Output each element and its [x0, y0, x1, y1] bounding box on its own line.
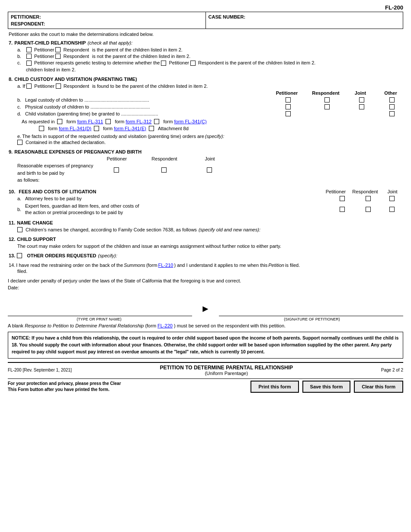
fl311-link[interactable]: form FL-311	[77, 119, 103, 124]
fl312-link[interactable]: form FL-312	[125, 119, 151, 124]
declaration-text: I declare under penalty of perjury under…	[8, 278, 403, 283]
checkbox-8c-joint[interactable]	[359, 104, 364, 109]
checkbox-10a-joint[interactable]	[389, 196, 395, 201]
arrow-icon: ►	[201, 303, 210, 314]
footer-privacy-text: For your protection and privacy, please …	[8, 381, 129, 393]
s11-text1: Children's names be changed, according t…	[26, 227, 197, 232]
section-9: 9. REASONABLE EXPENSES OF PREGNANCY AND …	[8, 149, 403, 184]
checkbox-8c-other[interactable]	[389, 104, 395, 109]
checkbox-8b-joint[interactable]	[359, 97, 364, 103]
item-7c: c. Petitioner requests genetic testing t…	[17, 60, 403, 66]
checkbox-7b-petitioner[interactable]	[26, 54, 32, 59]
header-right: CASE NUMBER:	[206, 12, 403, 29]
checkbox-fl312[interactable]	[106, 119, 111, 124]
checkbox-s13[interactable]	[17, 253, 22, 258]
section-8-title: CHILD CUSTODY AND VISITATION (PARENTING …	[14, 77, 137, 82]
section-10-title: FEES AND COSTS OF LITIGATION	[19, 189, 96, 194]
checkbox-7c-petitioner[interactable]	[161, 61, 166, 66]
checkbox-10b-joint[interactable]	[389, 207, 395, 212]
col-other-header: Other	[380, 90, 401, 96]
checkbox-8b-petitioner[interactable]	[286, 97, 291, 103]
signature-labels-row: (TYPE OR PRINT NAME) (SIGNATURE OF PETIT…	[8, 317, 403, 321]
footer-title: PETITION TO DETERMINE PARENTAL RELATIONS…	[160, 365, 293, 371]
respondent-label: RESPONDENT:	[11, 20, 203, 27]
checkbox-7c[interactable]	[26, 61, 32, 66]
notice-box: NOTICE: If you have a child from this re…	[8, 332, 403, 358]
8c-label: c.	[17, 104, 25, 109]
fl341c-link[interactable]: form FL-341(C)	[174, 119, 206, 124]
blank-response-italic: Response to Petition to Determine Parent…	[25, 323, 144, 328]
7c-text4: is the parent of the children listed in …	[225, 60, 315, 65]
checkbox-fl341c[interactable]	[154, 119, 159, 124]
checkbox-8a-respondent[interactable]	[56, 83, 61, 89]
checkbox-s9-respondent[interactable]	[161, 167, 167, 173]
checkbox-10b-petitioner[interactable]	[340, 207, 345, 212]
blank-response: A blank Response to Petition to Determin…	[8, 323, 403, 328]
item-8b: b. Legal custody of children to ........…	[17, 97, 403, 103]
item-7b-label: b.	[17, 54, 25, 59]
s9-row-label: Reasonable expenses of pregnancyand birt…	[17, 162, 104, 184]
s14-text3: ) and I understand it applies to me when…	[174, 263, 267, 268]
checkbox-7c-respondent[interactable]	[190, 61, 196, 66]
checkbox-s11[interactable]	[17, 227, 22, 232]
section-8-number: 8.	[9, 77, 13, 82]
checkbox-8d-other[interactable]	[389, 111, 395, 116]
footer: FL-200 [Rev. September 1, 2021] PETITION…	[8, 362, 403, 394]
header-box: PETITIONER: RESPONDENT: CASE NUMBER:	[8, 12, 403, 29]
print-button[interactable]: Print this form	[250, 381, 299, 393]
section-7-number: 7.	[9, 40, 13, 45]
item-8c: c. Physical custody of children to .....…	[17, 104, 403, 109]
section-7-title-italic: (check all that apply):	[87, 40, 132, 45]
s11-italic: (specify old and new names):	[199, 227, 260, 232]
fl341d-link[interactable]: form FL-341(D)	[59, 126, 91, 131]
checkbox-7a-petitioner[interactable]	[26, 47, 32, 52]
section-9-body: Petitioner Respondent Joint Reasonable e…	[17, 156, 403, 184]
arrow-container: ►	[201, 303, 210, 316]
col-respondent-header: Respondent	[311, 90, 341, 96]
7b-text3: is not the parent of the children listed…	[92, 54, 190, 59]
8b-label: b.	[17, 97, 25, 103]
checkbox-8a-petitioner[interactable]	[26, 83, 32, 89]
checkbox-fl311[interactable]	[57, 119, 62, 124]
8e-sub: Contained in the attached declaration.	[26, 140, 106, 145]
section-7-title: PARENT-CHILD RELATIONSHIP	[14, 40, 86, 45]
checkbox-10a-respondent[interactable]	[366, 196, 371, 201]
col-petitioner-header: Petitioner	[272, 90, 302, 96]
item-7c-continuation: children listed in item 2.	[26, 67, 403, 72]
s14-fl210-link[interactable]: FL-210	[158, 263, 173, 268]
footer-page: Page 2 of 2	[381, 368, 403, 372]
clear-button[interactable]: Clear this form	[354, 381, 403, 393]
item-10a: a. Attorney fees to be paid by	[17, 196, 403, 201]
save-button[interactable]: Save this form	[302, 381, 351, 393]
checkbox-s9-joint[interactable]	[207, 167, 212, 173]
section-14-body: 14. I have read the restraining order on…	[9, 263, 403, 268]
footer-top: FL-200 [Rev. September 1, 2021] PETITION…	[8, 365, 403, 376]
section-11-number: 11.	[9, 220, 15, 225]
7a-text2: Respondent	[63, 47, 89, 52]
checkbox-8c-respondent[interactable]	[324, 104, 330, 109]
section-13-italic: (specify):	[98, 253, 117, 258]
checkbox-fl341e[interactable]	[94, 126, 99, 131]
section-12-body: The court may make orders for support of…	[17, 244, 403, 249]
checkbox-attachment8d[interactable]	[149, 126, 154, 131]
checkbox-10b-respondent[interactable]	[366, 207, 371, 212]
checkbox-s9-petitioner[interactable]	[114, 167, 119, 173]
checkbox-7b-respondent[interactable]	[55, 54, 61, 59]
type-print-label: (TYPE OR PRINT NAME)	[8, 317, 190, 321]
section-7: 7. PARENT-CHILD RELATIONSHIP (check all …	[8, 40, 403, 72]
checkbox-8b-respondent[interactable]	[324, 97, 330, 103]
blank-response-link[interactable]: FL-220	[157, 323, 173, 328]
checkbox-8b-other[interactable]	[389, 97, 395, 103]
checkbox-8d-petitioner[interactable]	[286, 111, 291, 116]
section-10: 10. FEES AND COSTS OF LITIGATION Petitio…	[8, 189, 403, 216]
checkbox-10a-petitioner[interactable]	[340, 196, 345, 201]
header-left: PETITIONER: RESPONDENT:	[8, 12, 206, 29]
fl341e-link[interactable]: form FL-341(E)	[114, 126, 146, 131]
fl341d-label: form form FL-341(D)	[48, 126, 91, 131]
checkbox-7a-respondent[interactable]	[55, 47, 61, 52]
checkbox-8e[interactable]	[17, 140, 22, 145]
checkbox-fl341d[interactable]	[39, 126, 44, 131]
8a-text1: Petitioner	[34, 83, 54, 89]
checkbox-8c-petitioner[interactable]	[286, 104, 291, 109]
blank-response-text2: (form	[145, 323, 156, 328]
